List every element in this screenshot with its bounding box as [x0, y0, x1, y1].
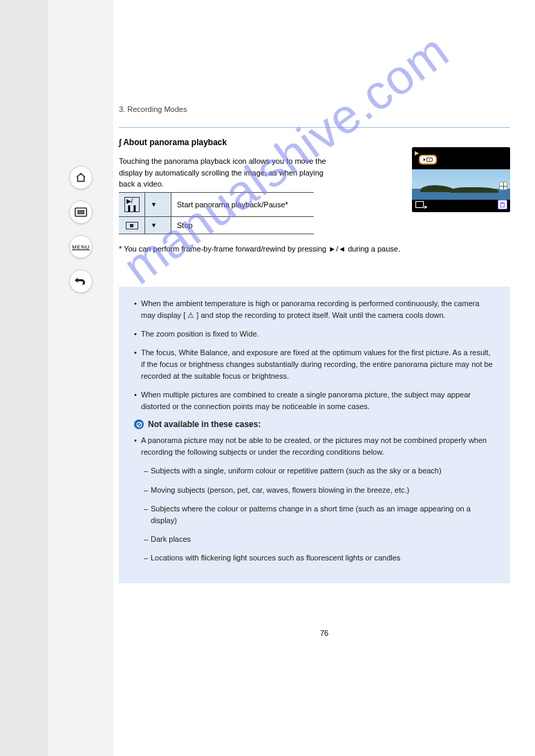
controls-table: ▶/❚❚ ▼ Start panorama playback/Pause* ▼ …	[119, 192, 314, 234]
divider	[119, 127, 510, 128]
svg-line-11	[137, 423, 140, 426]
list-item: –Moving subjects (person, pet, car, wave…	[144, 484, 495, 496]
not-available-icon	[134, 419, 144, 429]
menu-button[interactable]: MENU	[69, 235, 93, 258]
label-cell: Stop	[171, 217, 314, 234]
table-row: ▶/❚❚ ▼ Start panorama playback/Pause*	[119, 193, 314, 217]
play-pause-icon: ▶/❚❚	[124, 197, 140, 212]
section-body: Touching the panorama playback icon allo…	[119, 155, 333, 190]
panorama-play-icon	[419, 155, 437, 164]
back-button[interactable]	[69, 270, 93, 293]
svg-marker-4	[424, 158, 426, 162]
list-icon	[75, 207, 87, 217]
table-row: ▼ Stop	[119, 217, 314, 234]
list-item: •The zoom position is fixed to Wide.	[134, 328, 495, 340]
list-item: •A panorama picture may not be able to b…	[134, 435, 495, 458]
menu-label: MENU	[72, 244, 90, 250]
list-item: •The focus, White Balance, and exposure …	[134, 347, 495, 382]
trash-icon	[498, 200, 507, 209]
not-available-label: Not available in these cases:	[148, 419, 261, 429]
key-cell: ▼	[145, 217, 171, 234]
play-pause-cell: ▶/❚❚	[119, 193, 145, 216]
play-indicator-icon: ▶	[415, 150, 419, 156]
list-item: –Subjects with a single, uniform colour …	[144, 465, 495, 477]
svg-point-6	[429, 159, 431, 160]
thumbnail-icon	[499, 182, 507, 190]
list-item: –Locations with flickering light sources…	[144, 552, 495, 564]
key-cell: ▼	[145, 193, 171, 216]
info-box: •When the ambient temperature is high or…	[119, 287, 510, 583]
back-icon	[75, 276, 87, 286]
snapshot-icon: ▸	[415, 201, 428, 209]
list-item: –Dark places	[144, 533, 495, 545]
svg-rect-7	[500, 202, 504, 207]
breadcrumb: 3. Recording Modes	[119, 105, 187, 113]
table-footnote: * You can perform frame-by-frame forward…	[119, 245, 423, 253]
home-button[interactable]	[69, 166, 93, 189]
list-item: –Subjects where the colour or patterns c…	[144, 503, 495, 527]
page-number: 76	[113, 629, 535, 637]
stop-icon	[126, 222, 138, 229]
margin-rail	[0, 0, 48, 756]
stop-cell	[119, 217, 145, 234]
sidebar: MENU	[48, 0, 113, 756]
camera-screenshot: ▶ ▸	[412, 147, 510, 212]
list-item: •When the ambient temperature is high or…	[134, 298, 495, 321]
section-title: ∫ About panorama playback	[119, 138, 227, 147]
content-area: 3. Recording Modes ∫ About panorama play…	[113, 0, 535, 756]
toc-button[interactable]	[69, 200, 93, 224]
list-item: •When multiple pictures are combined to …	[134, 389, 495, 413]
home-icon	[75, 172, 86, 183]
label-cell: Start panorama playback/Pause*	[171, 193, 314, 216]
